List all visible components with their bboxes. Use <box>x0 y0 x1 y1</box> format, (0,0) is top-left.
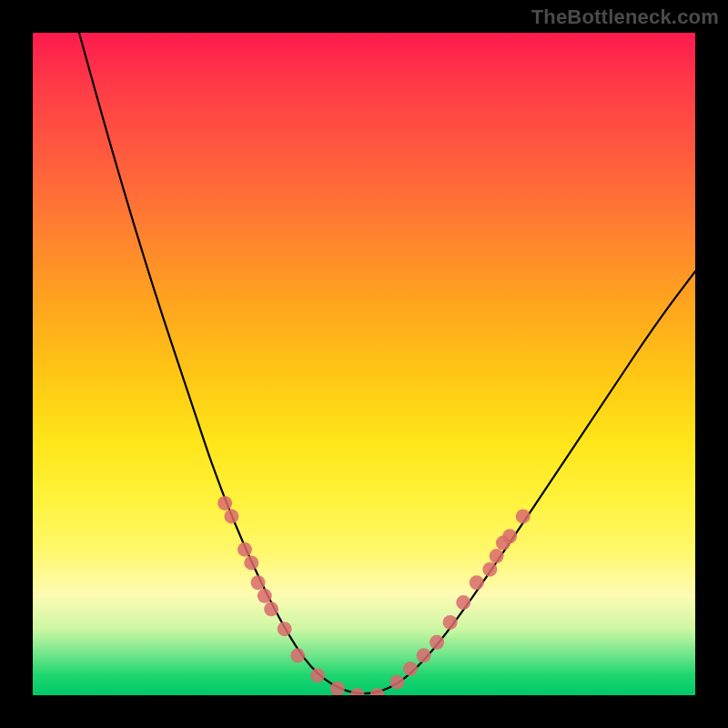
data-marker <box>264 602 278 616</box>
bottleneck-curve <box>79 33 695 693</box>
data-marker <box>310 668 325 682</box>
data-marker <box>516 509 531 523</box>
data-marker <box>258 589 272 603</box>
data-marker <box>403 662 418 676</box>
data-marker <box>430 635 444 650</box>
data-marker <box>456 595 470 610</box>
data-marker <box>330 682 345 695</box>
data-marker <box>278 622 292 636</box>
chart-container: TheBottleneck.com <box>0 0 728 728</box>
data-marker <box>350 688 365 695</box>
plot-area <box>33 33 695 695</box>
data-marker <box>490 549 504 563</box>
watermark-label: TheBottleneck.com <box>531 5 719 29</box>
data-marker <box>470 575 484 590</box>
data-marker <box>251 575 266 590</box>
data-marker <box>482 562 497 577</box>
data-marker <box>417 648 431 662</box>
data-marker <box>389 674 404 689</box>
data-marker <box>217 496 232 511</box>
data-markers <box>217 496 531 695</box>
data-marker <box>238 542 252 557</box>
data-marker <box>443 615 458 630</box>
data-marker <box>224 509 238 523</box>
data-marker <box>502 529 517 543</box>
data-marker <box>244 555 258 570</box>
data-marker <box>370 688 385 695</box>
data-marker <box>290 648 305 662</box>
data-marker <box>496 536 511 551</box>
curve-layer <box>33 33 695 695</box>
